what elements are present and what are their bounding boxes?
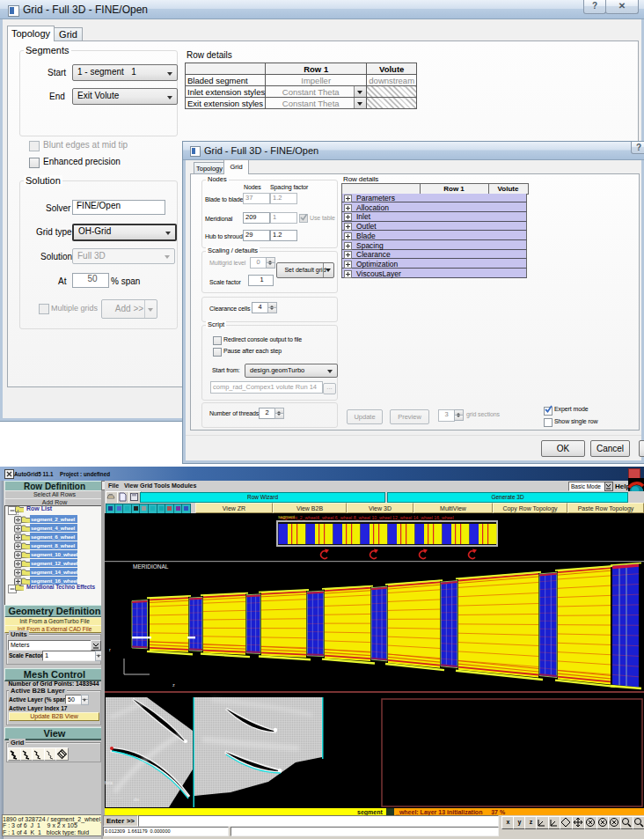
svg-text:segment_2_wheel4_wheel 6_wheel: segment_2_wheel4_wheel 6_wheel 8_wheel 1… bbox=[280, 515, 454, 520]
svg-text:z: z bbox=[172, 682, 175, 688]
svg-text:r: r bbox=[109, 647, 111, 652]
svg-text:segment: segment bbox=[278, 514, 296, 519]
svg-text:dm: dm bbox=[134, 798, 140, 802]
svg-text:theta: theta bbox=[105, 781, 113, 785]
svg-text:MERIDIONAL: MERIDIONAL bbox=[133, 563, 169, 570]
